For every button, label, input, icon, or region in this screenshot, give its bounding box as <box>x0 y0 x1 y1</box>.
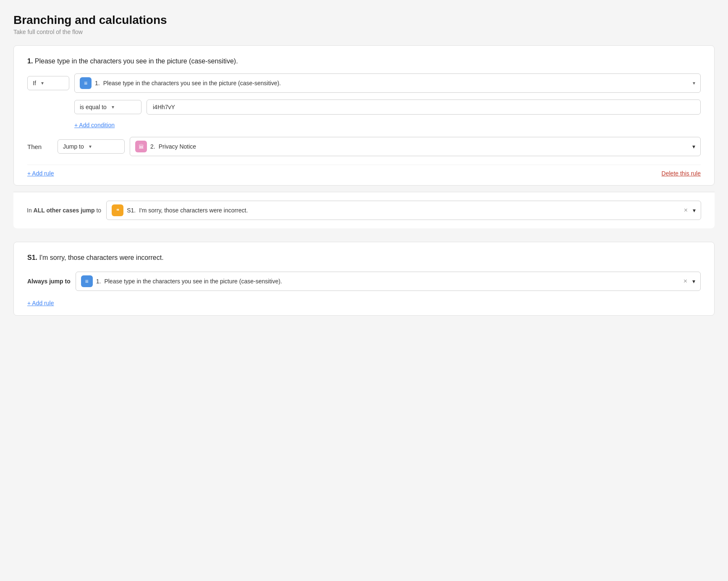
jump-to-select[interactable]: Jump to ▾ <box>58 139 125 154</box>
always-jump-chevron-icon: ▾ <box>692 278 695 285</box>
other-cases-destination-text: I'm sorry, those characters were incorre… <box>139 207 248 214</box>
destination-number: 2. <box>150 143 155 150</box>
s1-label: S1. I'm sorry, those characters were inc… <box>27 254 701 262</box>
other-cases-clear-icon[interactable]: × <box>682 207 689 214</box>
s1-add-rule-link[interactable]: + Add rule <box>27 300 54 306</box>
other-cases-destination-id: S1. <box>127 207 136 214</box>
always-jump-text-dest: Please type in the characters you see in… <box>104 278 282 285</box>
always-jump-row: Always jump to ≡ 1. Please type in the c… <box>27 272 701 291</box>
add-condition-link[interactable]: + Add condition <box>74 122 115 128</box>
add-rule-link[interactable]: + Add rule <box>27 170 54 177</box>
always-jump-text: Always jump to <box>27 278 71 285</box>
operator-select[interactable]: is equal to ▾ <box>74 100 141 114</box>
always-jump-clear-icon[interactable]: × <box>682 277 689 285</box>
if-select[interactable]: If ▾ <box>27 76 69 90</box>
page-subtitle: Take full control of the flow <box>13 29 715 35</box>
other-cases-text: In ALL other cases jump to <box>27 207 101 214</box>
page-header: Branching and calculations Take full con… <box>13 13 715 35</box>
then-label: Then <box>27 143 52 150</box>
question-type-icon: ≡ <box>80 77 92 89</box>
then-row: Then Jump to ▾ 🏛 2. Privacy Notice ▾ <box>27 137 701 156</box>
rule-footer: + Add rule Delete this rule <box>27 165 701 177</box>
other-cases-row: In ALL other cases jump to ❝ S1. I'm sor… <box>13 192 715 228</box>
if-select-chevron-icon: ▾ <box>41 80 44 86</box>
question-select-chevron-icon: ▾ <box>693 80 695 86</box>
question-select-number: 1. <box>95 80 100 86</box>
delete-rule-link[interactable]: Delete this rule <box>662 170 701 177</box>
other-cases-icon: ❝ <box>112 204 123 216</box>
s1-card: S1. I'm sorry, those characters were inc… <box>13 242 715 316</box>
jump-to-chevron-icon: ▾ <box>89 144 92 149</box>
question-select-text: Please type in the characters you see in… <box>103 80 281 86</box>
destination-chevron-icon: ▾ <box>692 143 695 150</box>
value-row: is equal to ▾ <box>74 99 701 115</box>
condition-row: If ▾ ≡ 1. Please type in the characters … <box>27 73 701 93</box>
page-title: Branching and calculations <box>13 13 715 27</box>
destination-text: Privacy Notice <box>159 143 196 150</box>
question-1-label: 1. Please type in the characters you see… <box>27 58 701 65</box>
always-jump-select[interactable]: ≡ 1. Please type in the characters you s… <box>76 272 701 291</box>
destination-select[interactable]: 🏛 2. Privacy Notice ▾ <box>130 137 701 156</box>
always-jump-type-icon: ≡ <box>81 275 93 287</box>
always-jump-number: 1. <box>96 278 101 285</box>
rule-1-card: 1. Please type in the characters you see… <box>13 45 715 186</box>
destination-type-icon: 🏛 <box>135 141 147 152</box>
other-cases-select[interactable]: ❝ S1. I'm sorry, those characters were i… <box>106 201 701 220</box>
operator-select-chevron-icon: ▾ <box>112 104 114 110</box>
other-cases-chevron-icon: ▾ <box>693 207 696 214</box>
question-select[interactable]: ≡ 1. Please type in the characters you s… <box>74 73 701 93</box>
value-input[interactable] <box>147 99 701 115</box>
